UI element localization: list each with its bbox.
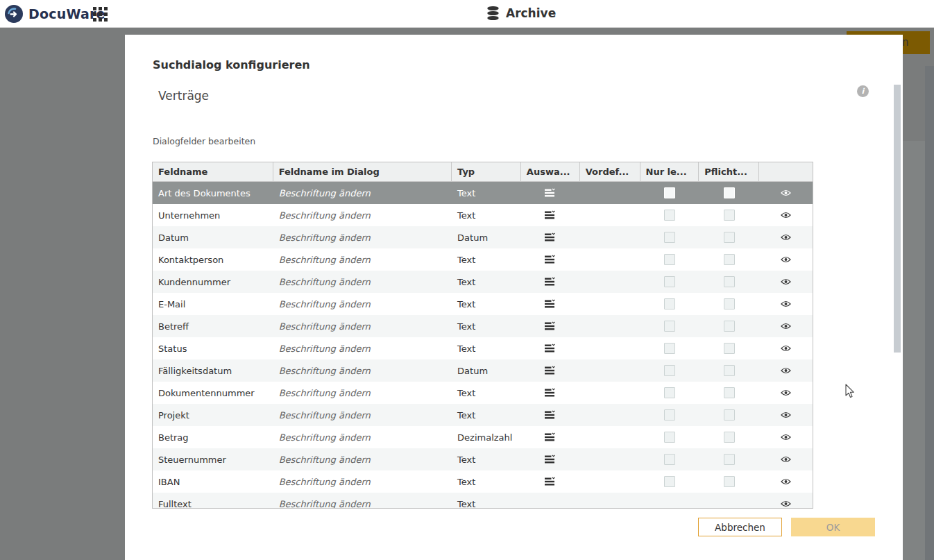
readonly-checkbox[interactable]: [664, 321, 675, 332]
row-change-label[interactable]: Beschriftung ändern: [273, 404, 452, 426]
select-list-icon[interactable]: [545, 255, 556, 264]
select-list-icon[interactable]: [545, 299, 556, 309]
select-list-icon[interactable]: [545, 455, 556, 464]
app-menu-icon[interactable]: [93, 7, 108, 22]
required-checkbox[interactable]: [724, 387, 735, 398]
row-change-label[interactable]: Beschriftung ändern: [273, 470, 452, 493]
visibility-eye-icon[interactable]: [781, 345, 791, 352]
column-header-typ[interactable]: Typ: [452, 162, 521, 181]
select-list-icon[interactable]: [545, 366, 556, 375]
readonly-checkbox[interactable]: [664, 254, 675, 265]
visibility-eye-icon[interactable]: [781, 323, 791, 330]
visibility-eye-icon[interactable]: [781, 278, 791, 285]
required-checkbox[interactable]: [724, 187, 735, 198]
readonly-checkbox[interactable]: [664, 409, 675, 421]
row-change-label[interactable]: Beschriftung ändern: [273, 359, 452, 382]
column-header-vordefiniert[interactable]: Vordef...: [580, 162, 640, 181]
required-checkbox[interactable]: [724, 476, 735, 487]
readonly-checkbox[interactable]: [664, 232, 675, 243]
required-checkbox[interactable]: [724, 432, 735, 443]
readonly-checkbox[interactable]: [664, 476, 675, 487]
visibility-eye-icon[interactable]: [781, 411, 791, 418]
table-row[interactable]: Datum Beschriftung ändern Datum: [153, 226, 813, 248]
table-row[interactable]: Kontaktperson Beschriftung ändern Text: [153, 248, 813, 271]
modal-scrollbar-thumb[interactable]: [894, 85, 901, 353]
readonly-checkbox[interactable]: [664, 343, 675, 354]
table-row[interactable]: Fälligkeitsdatum Beschriftung ändern Dat…: [153, 359, 813, 382]
table-row[interactable]: Projekt Beschriftung ändern Text: [153, 404, 813, 426]
row-change-label[interactable]: Beschriftung ändern: [273, 382, 452, 404]
select-list-icon[interactable]: [545, 343, 556, 353]
column-header-feldname[interactable]: Feldname: [153, 162, 273, 181]
select-list-icon[interactable]: [545, 210, 556, 220]
select-list-icon[interactable]: [545, 432, 556, 442]
row-change-label[interactable]: Beschriftung ändern: [273, 493, 452, 509]
table-row[interactable]: Betrag Beschriftung ändern Dezimalzahl: [153, 426, 813, 448]
visibility-eye-icon[interactable]: [781, 478, 791, 485]
dialog-name-field[interactable]: Verträge: [158, 89, 209, 103]
readonly-checkbox[interactable]: [664, 210, 675, 221]
docuware-logo[interactable]: DocuWare: [4, 4, 105, 24]
row-change-label[interactable]: Beschriftung ändern: [273, 182, 452, 204]
select-list-icon[interactable]: [545, 477, 556, 486]
required-checkbox[interactable]: [724, 343, 735, 354]
column-header-pflichtfeld[interactable]: Pflicht...: [699, 162, 759, 181]
visibility-eye-icon[interactable]: [781, 256, 791, 263]
column-header-auswahl[interactable]: Auswa...: [521, 162, 580, 181]
table-row[interactable]: Betreff Beschriftung ändern Text: [153, 315, 813, 337]
row-change-label[interactable]: Beschriftung ändern: [273, 226, 452, 248]
row-change-label[interactable]: Beschriftung ändern: [273, 315, 452, 337]
select-list-icon[interactable]: [545, 232, 556, 242]
required-checkbox[interactable]: [724, 298, 735, 309]
cancel-button[interactable]: Abbrechen: [698, 518, 782, 536]
ok-button[interactable]: OK: [791, 518, 875, 536]
select-list-icon[interactable]: [545, 321, 556, 331]
visibility-eye-icon[interactable]: [781, 500, 791, 507]
select-list-icon[interactable]: [545, 388, 556, 398]
select-list-icon[interactable]: [545, 188, 556, 198]
column-header-nur-lesen[interactable]: Nur le...: [640, 162, 699, 181]
visibility-eye-icon[interactable]: [781, 234, 791, 241]
visibility-eye-icon[interactable]: [781, 212, 791, 219]
table-row[interactable]: Kundennummer Beschriftung ändern Text: [153, 271, 813, 293]
row-change-label[interactable]: Beschriftung ändern: [273, 448, 452, 470]
readonly-checkbox[interactable]: [664, 276, 675, 287]
table-row[interactable]: Status Beschriftung ändern Text: [153, 337, 813, 359]
row-change-label[interactable]: Beschriftung ändern: [273, 293, 452, 315]
table-row[interactable]: Unternehmen Beschriftung ändern Text: [153, 204, 813, 226]
required-checkbox[interactable]: [724, 210, 735, 221]
required-checkbox[interactable]: [724, 254, 735, 265]
readonly-checkbox[interactable]: [664, 387, 675, 398]
readonly-checkbox[interactable]: [664, 298, 675, 309]
required-checkbox[interactable]: [724, 409, 735, 421]
required-checkbox[interactable]: [724, 365, 735, 376]
row-change-label[interactable]: Beschriftung ändern: [273, 248, 452, 271]
visibility-eye-icon[interactable]: [781, 300, 791, 307]
table-row[interactable]: Dokumentennummer Beschriftung ändern Tex…: [153, 382, 813, 404]
column-header-feldname-im-dialog[interactable]: Feldname im Dialog: [273, 162, 452, 181]
row-change-label[interactable]: Beschriftung ändern: [273, 337, 452, 359]
required-checkbox[interactable]: [724, 232, 735, 243]
readonly-checkbox[interactable]: [664, 454, 675, 465]
visibility-eye-icon[interactable]: [781, 456, 791, 463]
table-row[interactable]: IBAN Beschriftung ändern Text: [153, 470, 813, 493]
table-row[interactable]: Steuernummer Beschriftung ändern Text: [153, 448, 813, 470]
readonly-checkbox[interactable]: [664, 187, 675, 198]
readonly-checkbox[interactable]: [664, 432, 675, 443]
readonly-checkbox[interactable]: [664, 365, 675, 376]
visibility-eye-icon[interactable]: [781, 389, 791, 396]
required-checkbox[interactable]: [724, 321, 735, 332]
row-change-label[interactable]: Beschriftung ändern: [273, 426, 452, 448]
row-change-label[interactable]: Beschriftung ändern: [273, 204, 452, 226]
select-list-icon[interactable]: [545, 277, 556, 287]
table-row[interactable]: Art des Dokumentes Beschriftung ändern T…: [153, 182, 813, 204]
required-checkbox[interactable]: [724, 276, 735, 287]
required-checkbox[interactable]: [724, 454, 735, 465]
table-row[interactable]: Fulltext Beschriftung ändern Text: [153, 493, 813, 509]
visibility-eye-icon[interactable]: [781, 189, 791, 196]
row-change-label[interactable]: Beschriftung ändern: [273, 271, 452, 293]
info-icon[interactable]: i: [857, 85, 869, 97]
visibility-eye-icon[interactable]: [781, 367, 791, 374]
table-row[interactable]: E-Mail Beschriftung ändern Text: [153, 293, 813, 315]
select-list-icon[interactable]: [545, 410, 556, 420]
